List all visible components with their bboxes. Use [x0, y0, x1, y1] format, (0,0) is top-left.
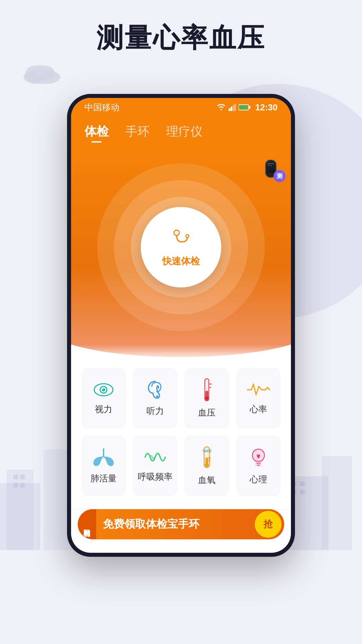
health-grid-row-2: 肺活量 呼吸频率 SaO2 — [81, 435, 281, 496]
banner-grab-button[interactable]: 抢 — [255, 511, 282, 538]
svg-rect-4 — [322, 456, 352, 550]
svg-rect-21 — [234, 104, 236, 111]
blood-pressure-icon — [199, 378, 214, 401]
health-grid-row-1: 视力 听力 — [81, 368, 281, 429]
main-orange-area: 快速体检 — [71, 150, 291, 344]
heart-rate-label: 心率 — [250, 404, 267, 415]
svg-point-41 — [205, 397, 208, 399]
status-time: 12:30 — [255, 102, 278, 113]
grid-item-heart-rate[interactable]: 心率 — [236, 368, 281, 429]
svg-rect-9 — [20, 483, 25, 488]
grid-item-lung[interactable]: 肺活量 — [81, 435, 126, 496]
cloud-decoration — [20, 60, 64, 84]
svg-rect-23 — [249, 106, 250, 109]
svg-point-27 — [186, 235, 188, 237]
svg-point-17 — [33, 65, 48, 77]
svg-rect-18 — [229, 108, 230, 111]
wave-svg — [71, 344, 291, 361]
grid-item-vision[interactable]: 视力 — [81, 368, 126, 429]
svg-rect-13 — [300, 490, 305, 494]
blood-pressure-label: 血压 — [198, 407, 216, 419]
svg-point-25 — [174, 230, 179, 235]
svg-point-36 — [102, 388, 103, 389]
battery-icon — [239, 104, 251, 111]
status-bar: 中国移动 — [71, 98, 291, 117]
lung-icon — [92, 447, 115, 467]
grid-item-mind[interactable]: 心理 — [236, 435, 281, 496]
nav-tabs: 体检 手环 理疗仪 — [71, 117, 291, 150]
svg-rect-11 — [300, 481, 305, 486]
center-btn-label: 快速体检 — [162, 255, 200, 268]
tab-physical-exam[interactable]: 体检 — [84, 123, 109, 140]
carrier-label: 中国移动 — [84, 102, 119, 113]
spo2-icon: SaO2 — [199, 445, 214, 469]
grid-item-breath-rate[interactable]: 呼吸频率 — [133, 435, 178, 496]
svg-rect-32 — [267, 165, 272, 166]
status-right-icons: 12:30 — [217, 102, 278, 113]
svg-point-48 — [208, 457, 211, 460]
phone-screen: 中国移动 — [71, 98, 291, 553]
health-grid: 视力 听力 — [71, 361, 291, 509]
svg-point-46 — [205, 463, 209, 467]
bottom-banner[interactable]: 限时福利 免费领取体检宝手环 抢 — [78, 509, 284, 539]
stethoscope-icon — [169, 227, 193, 250]
grid-item-hearing[interactable]: 听力 — [133, 368, 178, 429]
wave-transition — [71, 344, 291, 361]
breath-rate-icon — [143, 449, 167, 466]
tab-bracelet[interactable]: 手环 — [125, 123, 149, 140]
grid-item-blood-pressure[interactable]: 血压 — [184, 368, 229, 429]
breath-rate-label: 呼吸频率 — [138, 471, 173, 483]
tab-therapy[interactable]: 理疗仪 — [166, 123, 202, 140]
svg-rect-24 — [239, 105, 247, 109]
banner-text: 免费领取体检宝手环 — [96, 517, 255, 532]
spo2-label: 血氧 — [198, 474, 216, 486]
svg-point-37 — [156, 395, 158, 397]
device-badge[interactable]: 测 — [259, 157, 283, 181]
mind-label: 心理 — [250, 474, 267, 485]
hearing-icon — [147, 380, 164, 400]
svg-text:SaO2: SaO2 — [203, 449, 212, 453]
svg-rect-7 — [20, 475, 25, 479]
svg-rect-8 — [13, 483, 18, 488]
svg-rect-20 — [233, 105, 234, 111]
svg-rect-19 — [231, 107, 232, 111]
wifi-icon — [217, 104, 226, 111]
phone-frame: 中国移动 — [67, 94, 295, 557]
svg-rect-1 — [7, 470, 34, 550]
test-badge-label: 测 — [274, 170, 286, 182]
vision-icon — [94, 381, 114, 398]
page-title: 测量心率血压 — [0, 20, 362, 56]
signal-icons — [217, 104, 251, 111]
quick-exam-button[interactable]: 快速体检 — [141, 207, 221, 287]
vision-label: 视力 — [95, 404, 112, 415]
hearing-label: 听力 — [146, 405, 164, 417]
lung-label: 肺活量 — [90, 473, 117, 484]
svg-rect-30 — [267, 161, 275, 173]
svg-point-49 — [208, 460, 211, 462]
grid-item-spo2[interactable]: SaO2 血氧 — [184, 435, 229, 496]
heart-rate-icon — [247, 381, 270, 398]
signal-icon — [229, 104, 236, 111]
mind-icon — [248, 446, 268, 468]
svg-rect-31 — [267, 163, 274, 164]
svg-rect-6 — [13, 475, 18, 479]
